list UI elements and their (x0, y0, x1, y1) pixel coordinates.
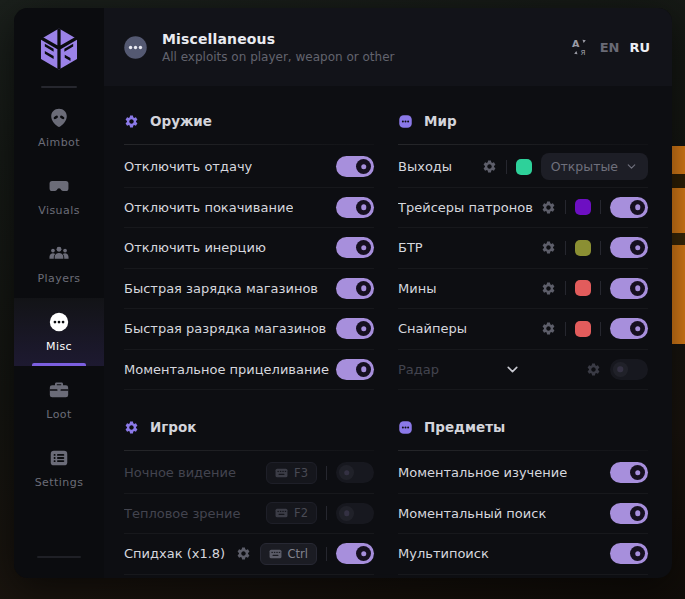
cheat-menu-window: Aimbot Visuals Players Misc Loot Setting… (14, 8, 672, 578)
hotkey-label: Ctrl (288, 547, 308, 561)
feature-label: Моментальный поиск (398, 506, 546, 521)
toggle-switch[interactable] (610, 278, 648, 299)
section-weapon: Оружие Отключить отдачу Отключить покачи… (124, 98, 374, 390)
gear-icon[interactable] (541, 200, 556, 215)
feature-label: Снайперы (398, 321, 467, 336)
feature-label: Тепловое зрение (124, 506, 241, 521)
feature-row: Моментальный поиск (398, 494, 648, 535)
feature-label: Спидхак (x1.8) (124, 546, 225, 561)
toggle-switch[interactable] (336, 197, 374, 218)
toggle-switch[interactable] (336, 359, 374, 380)
toggle-switch[interactable] (336, 462, 374, 483)
feature-row: Мультипоиск (398, 534, 648, 575)
sg-cube-logo (36, 26, 82, 72)
feature-row: Тепловое зрение F2 (124, 494, 374, 535)
sidebar-item-settings[interactable]: Settings (14, 434, 104, 502)
translate-icon (570, 37, 590, 57)
lang-ru-button[interactable]: RU (629, 40, 650, 55)
sidebar-item-loot[interactable]: Loot (14, 366, 104, 434)
gear-icon (124, 420, 139, 435)
gear-icon[interactable] (482, 159, 497, 174)
players-icon (48, 243, 70, 265)
toggle-switch[interactable] (610, 503, 648, 524)
toggle-switch[interactable] (610, 237, 648, 258)
hotkey-badge[interactable]: Ctrl (260, 543, 317, 565)
section-title: Игрок (150, 419, 196, 435)
toggle-switch[interactable] (610, 462, 648, 483)
chevron-down-icon (625, 160, 638, 173)
feature-row: Быстрая зарядка магазинов (124, 269, 374, 310)
toggle-switch[interactable] (610, 318, 648, 339)
sidebar-nav: Aimbot Visuals Players Misc Loot Setting… (14, 94, 104, 502)
color-swatch[interactable] (516, 159, 532, 175)
language-switcher: EN RU (570, 37, 650, 57)
sidebar-item-misc[interactable]: Misc (14, 298, 104, 366)
feature-row: Трейсеры патронов (398, 188, 648, 229)
ellipsis-circle-icon (48, 311, 70, 333)
feature-label: Радар (398, 362, 439, 377)
color-swatch[interactable] (575, 321, 591, 337)
color-swatch[interactable] (575, 240, 591, 256)
gear-icon[interactable] (236, 546, 251, 561)
feature-label: Моментальное прицеливание (124, 362, 329, 377)
feature-label: Быстрая зарядка магазинов (124, 281, 318, 296)
feature-label: Ночное видение (124, 465, 236, 480)
dots-square-icon (398, 420, 413, 435)
feature-label: Отключить инерцию (124, 240, 266, 255)
toggle-switch[interactable] (610, 543, 648, 564)
page-title: Miscellaneous (162, 31, 394, 47)
dropdown-value: Открытые (551, 159, 618, 174)
sidebar-item-visuals[interactable]: Visuals (14, 162, 104, 230)
toggle-switch[interactable] (336, 543, 374, 564)
sidebar-item-label: Settings (35, 476, 84, 489)
section-divider (124, 144, 374, 145)
sidebar-item-label: Misc (46, 340, 72, 353)
sidebar: Aimbot Visuals Players Misc Loot Setting… (14, 8, 104, 578)
exits-dropdown[interactable]: Открытые (541, 153, 648, 180)
hotkey-badge[interactable]: F2 (266, 502, 317, 524)
gear-icon[interactable] (541, 240, 556, 255)
section-items: Предметы Моментальное изучение Моменталь… (398, 404, 648, 575)
toggle-switch[interactable] (336, 237, 374, 258)
section-title: Предметы (424, 419, 505, 435)
color-swatch[interactable] (575, 199, 591, 215)
chevron-down-icon[interactable] (504, 361, 521, 378)
feature-row: Мины (398, 269, 648, 310)
gear-icon[interactable] (541, 321, 556, 336)
feature-row: Моментальное прицеливание (124, 350, 374, 391)
hotkey-label: F3 (294, 466, 308, 480)
sidebar-item-aimbot[interactable]: Aimbot (14, 94, 104, 162)
toggle-switch[interactable] (336, 278, 374, 299)
sidebar-divider (41, 86, 77, 88)
toggle-switch[interactable] (610, 359, 648, 380)
toggle-switch[interactable] (336, 503, 374, 524)
feature-row: Снайперы (398, 309, 648, 350)
gear-icon[interactable] (586, 362, 601, 377)
vr-goggles-icon (48, 175, 70, 197)
gear-icon[interactable] (541, 281, 556, 296)
toggle-switch[interactable] (336, 156, 374, 177)
feature-row: Быстрая разрядка магазинов (124, 309, 374, 350)
toggle-switch[interactable] (336, 318, 374, 339)
feature-label: Быстрая разрядка магазинов (124, 321, 326, 336)
sidebar-item-label: Players (37, 272, 80, 285)
dots-square-icon (398, 114, 413, 129)
section-title: Мир (424, 113, 457, 129)
color-swatch[interactable] (575, 280, 591, 296)
feature-row: Отключить отдачу (124, 147, 374, 188)
feature-label: Моментальное изучение (398, 465, 567, 480)
toggle-switch[interactable] (610, 197, 648, 218)
hotkey-label: F2 (294, 506, 308, 520)
section-player: Игрок Ночное видение F3 Теплово (124, 404, 374, 575)
feature-label: БТР (398, 240, 423, 255)
feature-label: Мультипоиск (398, 546, 489, 561)
sidebar-item-players[interactable]: Players (14, 230, 104, 298)
hotkey-badge[interactable]: F3 (266, 462, 317, 484)
page-header: Miscellaneous All exploits on player, we… (104, 8, 672, 86)
gear-icon (124, 114, 139, 129)
main-area: Miscellaneous All exploits on player, we… (104, 8, 672, 578)
keyboard-icon (275, 508, 288, 518)
feature-row: Моментальное изучение (398, 453, 648, 494)
briefcase-icon (48, 379, 70, 401)
lang-en-button[interactable]: EN (600, 40, 620, 55)
